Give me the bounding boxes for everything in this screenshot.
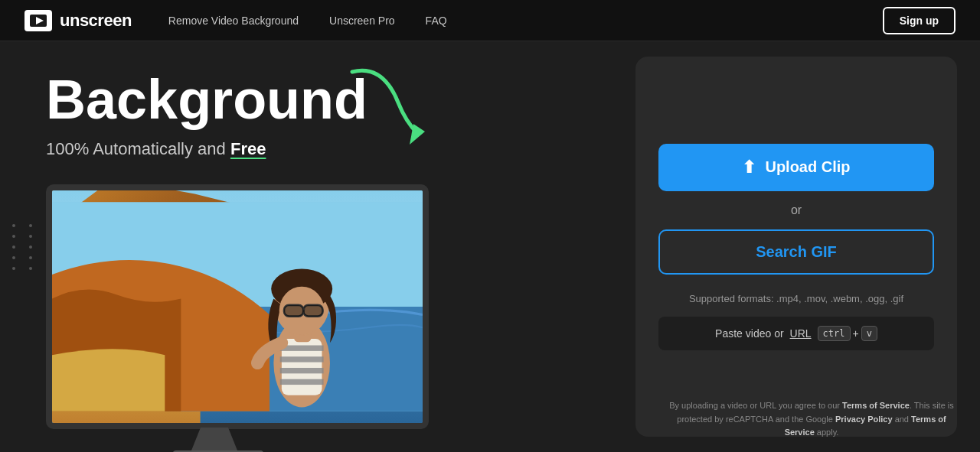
- nav-faq[interactable]: FAQ: [426, 15, 447, 27]
- footer-text-and: and: [893, 415, 911, 424]
- logo[interactable]: unscreen: [24, 10, 132, 31]
- hero-subtitle: 100% Automatically and Free: [46, 139, 605, 159]
- subtitle-prefix: 100% Automatically and: [46, 139, 230, 158]
- svg-rect-18: [284, 305, 303, 317]
- upload-clip-label: Upload Clip: [765, 158, 850, 176]
- navbar: unscreen Remove Video Background Unscree…: [0, 0, 980, 41]
- subtitle-free: Free: [230, 139, 266, 158]
- footer-privacy-policy[interactable]: Privacy Policy: [835, 415, 893, 424]
- footer-note: By uploading a video or URL you agree to…: [666, 399, 957, 440]
- upload-icon: ⬆: [742, 158, 756, 177]
- arrow-decoration: [337, 64, 444, 156]
- hero-headline: Background: [46, 72, 605, 127]
- nav-links: Remove Video Background Unscreen Pro FAQ: [168, 15, 883, 27]
- monitor-frame: [46, 184, 429, 429]
- monitor-screen: [52, 190, 423, 423]
- svg-rect-19: [303, 305, 322, 317]
- monitor-stand: [191, 428, 237, 450]
- main-content: Background 100% Automatically and Free: [0, 41, 980, 452]
- footer-tos1[interactable]: Terms of Service: [842, 401, 910, 410]
- logo-icon: [24, 10, 52, 31]
- paste-label: Paste video or: [715, 327, 784, 340]
- arrow-svg: [337, 64, 436, 148]
- upload-clip-button[interactable]: ⬆ Upload Clip: [658, 144, 934, 191]
- search-gif-button[interactable]: Search GIF: [658, 229, 934, 275]
- woman-figure: [52, 190, 423, 423]
- or-divider: or: [791, 203, 802, 217]
- signup-button[interactable]: Sign up: [883, 7, 956, 34]
- svg-rect-9: [280, 368, 324, 373]
- keyboard-shortcut: ctrl + v: [818, 326, 877, 341]
- ctrl-key: ctrl: [818, 326, 851, 341]
- logo-text: unscreen: [60, 11, 132, 31]
- svg-rect-10: [280, 379, 324, 385]
- monitor-mockup: [31, 184, 459, 452]
- nav-unscreen-pro[interactable]: Unscreen Pro: [329, 15, 395, 27]
- footer-text-end: apply.: [815, 428, 839, 437]
- supported-formats: Supported formats: .mp4, .mov, .webm, .o…: [689, 293, 903, 304]
- svg-rect-8: [280, 356, 324, 362]
- plus-sign: +: [853, 327, 859, 340]
- paste-row: Paste video or URL ctrl + v: [658, 317, 934, 350]
- v-key: v: [861, 326, 877, 341]
- footer-text-before: By uploading a video or URL you agree to…: [669, 401, 842, 410]
- woman-svg: [52, 190, 423, 423]
- nav-remove-video-bg[interactable]: Remove Video Background: [168, 15, 299, 27]
- hero-section: Background 100% Automatically and Free: [0, 41, 635, 452]
- paste-url-label[interactable]: URL: [790, 327, 812, 340]
- upload-panel: ⬆ Upload Clip or Search GIF Supported fo…: [635, 57, 957, 437]
